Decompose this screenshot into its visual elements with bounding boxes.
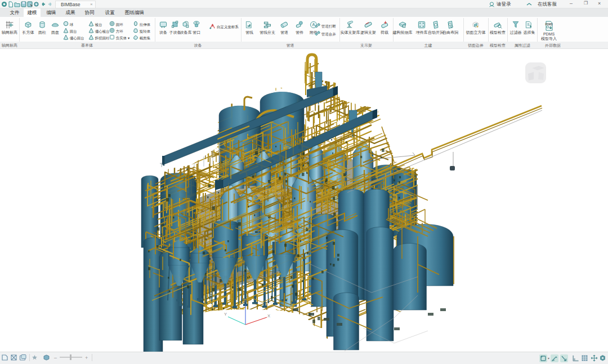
svg-text:Z: Z [244, 298, 247, 303]
svg-text:PDMS: PDMS [545, 23, 552, 26]
svg-text:X: X [267, 313, 270, 318]
svg-text:Y: Y [224, 312, 227, 317]
